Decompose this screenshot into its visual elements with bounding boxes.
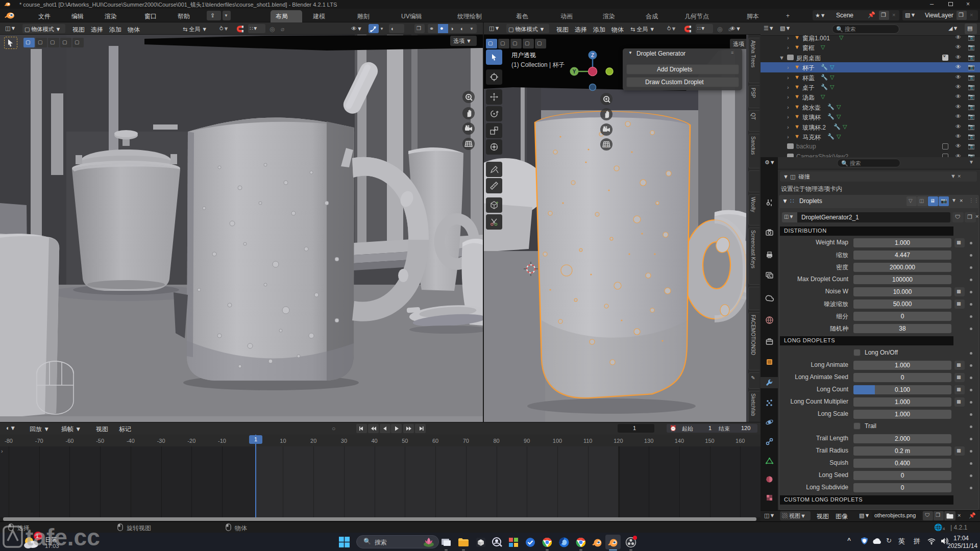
svg-text:Y: Y [573, 69, 576, 74]
svg-text:tafe.cc: tafe.cc [26, 524, 100, 550]
svg-text:Z: Z [591, 53, 594, 58]
